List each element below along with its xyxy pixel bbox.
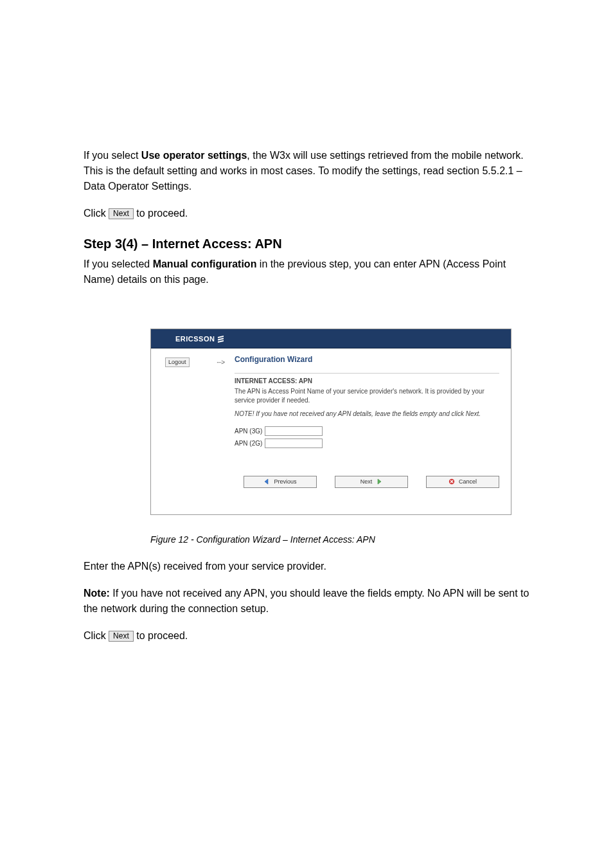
apn-2g-row: APN (2G) xyxy=(235,439,499,448)
router-main-panel: Configuration Wizard INTERNET ACCESS: AP… xyxy=(231,348,511,514)
logout-button[interactable]: Logout xyxy=(165,357,190,367)
svg-marker-0 xyxy=(265,479,268,484)
router-sidebar: Logout ····> xyxy=(151,348,231,514)
after-para-1: Enter the APN(s) received from your serv… xyxy=(84,559,529,574)
wizard-description: The APN is Access Point Name of your ser… xyxy=(235,387,499,404)
step-heading: Step 3(4) – Internet Access: APN xyxy=(84,237,529,251)
apn-3g-row: APN (3G) xyxy=(235,426,499,436)
svg-marker-1 xyxy=(378,479,381,484)
router-screenshot: ERICSSON Logout ····> Configuration Wiza… xyxy=(150,329,511,515)
next-button[interactable]: Next xyxy=(335,476,408,488)
wizard-button-row: Previous Next Cancel xyxy=(235,475,499,488)
note-label: Note: xyxy=(84,588,110,599)
wizard-section-title: INTERNET ACCESS: APN xyxy=(235,377,499,384)
wizard-title: Configuration Wizard xyxy=(235,355,499,364)
doc-para-1: If you select Use operator settings, the… xyxy=(84,148,529,194)
text: to proceed. xyxy=(134,630,188,641)
arrow-left-icon xyxy=(263,478,270,485)
divider xyxy=(235,373,499,374)
step-intro: If you selected Manual configuration in … xyxy=(84,257,529,287)
ericsson-logo: ERICSSON xyxy=(175,335,225,343)
text: – xyxy=(513,165,522,176)
text: Click xyxy=(84,208,109,219)
wizard-note: NOTE! If you have not received any APN d… xyxy=(235,410,499,419)
apn-3g-input[interactable] xyxy=(265,426,323,436)
text: to proceed. xyxy=(134,208,188,219)
next-label: Next xyxy=(360,478,373,485)
after-para-2: Click Next to proceed. xyxy=(84,628,529,644)
note-body: If you have not received any APN, you sh… xyxy=(84,588,529,614)
expand-icon[interactable]: ····> xyxy=(217,359,224,366)
apn-2g-label: APN (2G) xyxy=(235,440,262,447)
cancel-icon xyxy=(449,478,455,485)
apn-2g-input[interactable] xyxy=(265,439,323,448)
ericsson-icon xyxy=(217,335,225,343)
figure-caption: Figure 12 - Configuration Wizard – Inter… xyxy=(150,534,529,545)
router-header-bar: ERICSSON xyxy=(151,329,511,348)
arrow-right-icon xyxy=(376,478,382,485)
next-inline-button: Next xyxy=(109,208,134,219)
next-inline-button-2: Next xyxy=(109,631,134,642)
cancel-button[interactable]: Cancel xyxy=(426,476,499,488)
brand-text: ERICSSON xyxy=(175,335,215,343)
previous-label: Previous xyxy=(274,478,296,485)
bold-option: Use operator settings xyxy=(141,150,247,161)
apn-3g-label: APN (3G) xyxy=(235,428,262,435)
section-ref: 5.5.2.1 xyxy=(482,165,513,176)
text: Click xyxy=(84,630,109,641)
previous-button[interactable]: Previous xyxy=(244,476,317,488)
text: If you select xyxy=(84,150,141,161)
cancel-label: Cancel xyxy=(459,478,477,485)
after-note: Note: If you have not received any APN, … xyxy=(84,586,529,617)
bold-manual: Manual configuration xyxy=(153,258,257,269)
doc-para-2: Click Next to proceed. xyxy=(84,206,529,221)
section-title-ref: Data Operator Settings. xyxy=(84,181,191,192)
text: If you selected xyxy=(84,258,153,269)
